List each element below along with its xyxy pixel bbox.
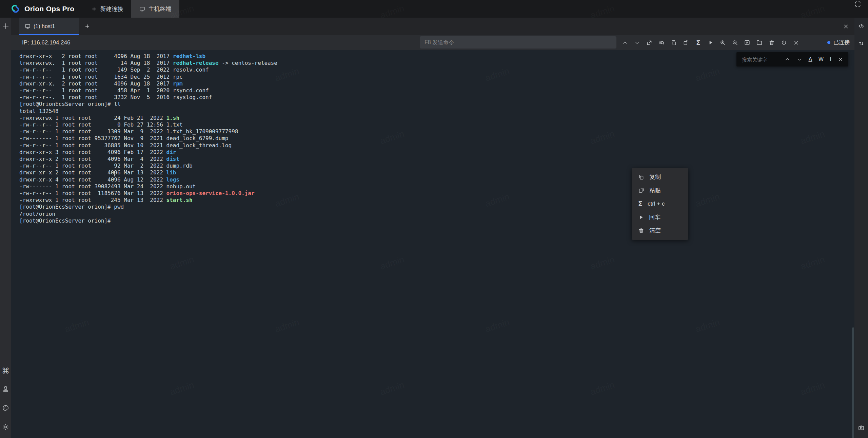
menu-item-label: 回车 [649, 213, 660, 221]
regex-button[interactable]: I [830, 57, 831, 62]
copy-icon [671, 40, 677, 46]
fullscreen-icon [854, 1, 861, 7]
match-case-icon: A [809, 57, 812, 62]
paste-icon [683, 40, 689, 46]
menu-item-label: ctrl + c [648, 201, 665, 207]
power-icon [781, 40, 787, 46]
command-box-button[interactable] [743, 39, 751, 47]
enter-menu-item[interactable]: 回车 [632, 211, 688, 224]
screenshot-button[interactable] [858, 424, 865, 433]
prev-command-button[interactable] [621, 39, 629, 47]
ctrl-c-button[interactable]: Σ [694, 39, 702, 47]
monitor-icon [139, 6, 145, 12]
command-icon: ⌘ [2, 367, 9, 375]
menu-item-label: 清空 [649, 227, 661, 234]
copy-icon [638, 174, 644, 180]
app-title: Orion Ops Pro [24, 5, 74, 13]
main-area: (1) host1 IP: 116.62.194.246 Σ 已连接 drwxr… [11, 18, 854, 438]
menu-item-label: 复制 [649, 173, 661, 181]
code-icon [858, 23, 865, 30]
right-rail [854, 18, 868, 438]
play-icon [708, 40, 713, 45]
connection-status: 已连接 [827, 35, 850, 50]
status-dot [827, 41, 830, 44]
paste-icon [638, 187, 644, 193]
nav-item-label: 新建连接 [100, 5, 123, 13]
sigma-icon: Σ [638, 201, 643, 207]
nav-item-host-terminal[interactable]: 主机终端 [131, 0, 179, 18]
command-input[interactable] [420, 36, 616, 49]
ctrl-c-menu-item[interactable]: Σctrl + c [632, 197, 688, 211]
plus-icon [91, 6, 97, 12]
camera-icon [858, 424, 865, 431]
close-search-button[interactable] [837, 56, 844, 62]
clear-button[interactable] [768, 39, 776, 47]
brand: Orion Ops Pro [0, 0, 83, 18]
search-lines-icon [658, 39, 665, 46]
sftp-button[interactable] [755, 39, 764, 47]
nav-item-label: 主机终端 [148, 5, 171, 13]
tab-host1[interactable]: (1) host1 [19, 18, 79, 35]
next-command-button[interactable] [633, 39, 641, 47]
tab-bar: (1) host1 [11, 18, 854, 35]
nav-item-new-connection[interactable]: 新建连接 [83, 0, 131, 18]
expand-button[interactable] [645, 39, 653, 47]
paste-menu-item[interactable]: 粘贴 [632, 184, 688, 197]
text-cursor [114, 171, 115, 176]
match-case-button[interactable]: A [809, 57, 812, 62]
stamp-icon [2, 385, 9, 393]
new-tab-button[interactable] [2, 22, 9, 30]
monitor-icon [25, 23, 31, 29]
stamp-button[interactable] [2, 385, 9, 394]
theme-button[interactable] [2, 404, 9, 413]
search-prev-button[interactable] [784, 56, 790, 62]
play-icon [638, 214, 644, 220]
code-square-icon [744, 39, 750, 46]
close-tab-button[interactable] [837, 18, 854, 35]
terminal-toolbar: IP: 116.62.194.246 Σ 已连接 [11, 35, 854, 50]
menu-item-label: 粘贴 [649, 187, 661, 194]
expand-icon [646, 40, 652, 46]
send-enter-button[interactable] [706, 39, 714, 47]
left-rail: ⌘ [0, 18, 11, 438]
disconnect-button[interactable] [780, 39, 788, 47]
search-next-button[interactable] [796, 56, 803, 62]
search-output-button[interactable] [657, 39, 666, 47]
search-bar: AWI [736, 52, 848, 66]
zoom-in-icon [719, 39, 726, 46]
close-icon [837, 56, 844, 62]
code-panel-button[interactable] [858, 23, 865, 31]
fullscreen-button[interactable] [848, 0, 868, 8]
shortcuts-button[interactable]: ⌘ [2, 367, 9, 375]
top-navbar: Orion Ops Pro 新建连接主机终端 [0, 0, 868, 18]
context-menu: 复制粘贴Σctrl + c回车清空 [632, 168, 688, 240]
regex-icon: I [830, 57, 831, 62]
copy-menu-item[interactable]: 复制 [632, 170, 688, 184]
whole-word-button[interactable]: W [818, 57, 824, 62]
search-input[interactable] [741, 56, 778, 63]
terminal-output: drwxr-xr-x 2 root root 4096 Aug 18 2017 … [11, 50, 854, 224]
sigma-icon: Σ [696, 39, 701, 46]
chevron-down-icon [796, 56, 803, 62]
paste-button[interactable] [682, 39, 690, 47]
gear-icon [2, 423, 9, 431]
palette-icon [2, 404, 9, 412]
trash-icon [638, 228, 644, 234]
arrows-up-down-icon [858, 40, 865, 47]
terminal-screen[interactable]: drwxr-xr-x 2 root root 4096 Aug 18 2017 … [11, 50, 854, 438]
clear-menu-item[interactable]: 清空 [632, 224, 688, 237]
sort-panel-button[interactable] [858, 40, 865, 48]
chevron-down-icon [634, 40, 640, 46]
ip-label: IP: 116.62.194.246 [22, 39, 70, 46]
chevron-up-icon [784, 56, 790, 62]
close-terminal-button[interactable] [792, 39, 800, 47]
zoom-in-button[interactable] [719, 39, 727, 47]
whole-word-icon: W [818, 57, 824, 62]
close-icon [793, 40, 799, 46]
add-tab-button[interactable] [79, 18, 96, 35]
terminal-scrollbar[interactable] [852, 327, 854, 438]
zoom-out-button[interactable] [731, 39, 739, 47]
folder-icon [756, 39, 763, 46]
copy-button[interactable] [670, 39, 678, 47]
settings-button[interactable] [2, 423, 9, 432]
